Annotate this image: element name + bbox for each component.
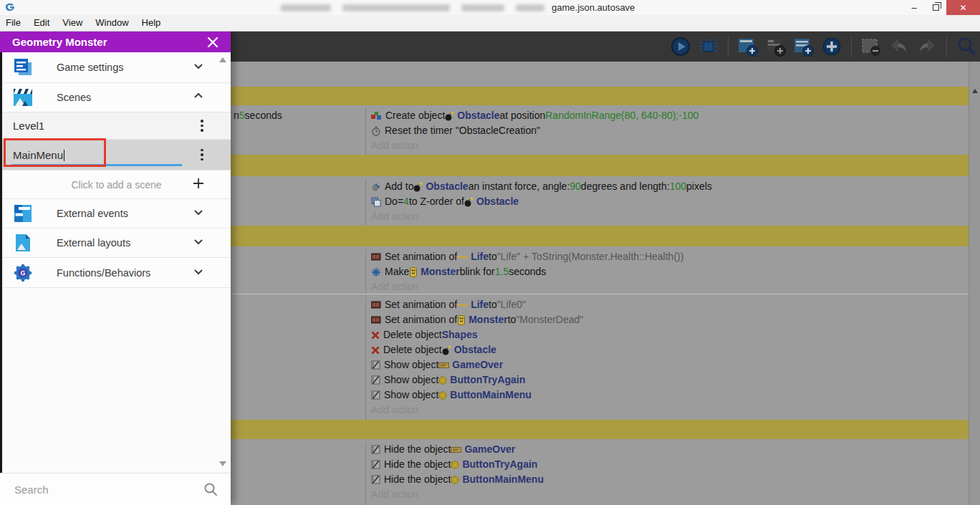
annotation-highlight-box xyxy=(4,138,106,167)
event-block[interactable]: Hide the object GameOverHide the object … xyxy=(231,439,969,505)
conditions-column[interactable] xyxy=(231,297,366,420)
window-title: game.json.autosave xyxy=(552,2,635,13)
kebab-menu-icon[interactable] xyxy=(197,148,207,162)
comment-bar[interactable] xyxy=(231,226,969,246)
functions-behaviors-icon xyxy=(13,263,33,283)
row-external-events[interactable]: External events xyxy=(2,199,231,229)
row-scenes[interactable]: Scenes xyxy=(2,83,231,112)
set-animation-icon xyxy=(371,315,381,324)
chevron-down-icon[interactable] xyxy=(192,206,205,221)
scenes-icon xyxy=(13,87,33,107)
redo-button[interactable] xyxy=(916,36,938,57)
actions-column[interactable]: Set animation of Life to "Life" + ToStri… xyxy=(366,249,969,294)
menu-item-help[interactable]: Help xyxy=(135,15,168,31)
sidebar-scroll-up-icon[interactable] xyxy=(219,57,226,62)
add-action-button[interactable]: Add action xyxy=(371,487,969,502)
actions-column[interactable]: Set animation of Life to "Life0"Set anim… xyxy=(366,297,969,420)
search-input[interactable] xyxy=(14,484,186,496)
event-block[interactable]: Set animation of Life to "Life0"Set anim… xyxy=(231,294,969,420)
menu-item-file[interactable]: File xyxy=(0,15,27,31)
chevron-up-icon[interactable] xyxy=(192,90,205,105)
menu-item-window[interactable]: Window xyxy=(89,15,135,31)
event-block[interactable]: Set animation of Life to "Life" + ToStri… xyxy=(231,246,969,294)
conditions-column[interactable]: n 5 seconds xyxy=(231,108,366,155)
condition-row[interactable]: n 5 seconds xyxy=(234,108,365,123)
close-panel-button[interactable] xyxy=(206,36,219,49)
conditions-column[interactable] xyxy=(231,249,366,294)
add-other-event-button[interactable] xyxy=(821,36,842,57)
monster-icon xyxy=(457,315,466,325)
sidebar-scroll-down-icon[interactable] xyxy=(219,461,226,466)
action-row[interactable]: Do = 4 to Z-order of Obstacle xyxy=(371,194,969,209)
add-action-button[interactable]: Add action xyxy=(371,403,969,418)
kebab-menu-icon[interactable] xyxy=(197,119,207,133)
add-scene-button[interactable]: Click to add a scene xyxy=(2,170,231,199)
scene-item-level1[interactable]: Level1 xyxy=(2,112,231,140)
action-row[interactable]: Hide the object ButtonMainMenu xyxy=(371,472,969,487)
chevron-down-icon[interactable] xyxy=(192,235,205,251)
menu-item-view[interactable]: View xyxy=(56,15,89,31)
add-action-button[interactable]: Add action xyxy=(371,279,969,294)
action-row[interactable]: Create object Obstacle at position Rando… xyxy=(371,108,969,123)
banner-icon xyxy=(451,446,461,454)
action-row[interactable]: Show object ButtonTryAgain xyxy=(371,372,969,388)
search-icon[interactable] xyxy=(203,482,218,499)
action-row[interactable]: Hide the object GameOver xyxy=(371,442,969,457)
comment-bar[interactable] xyxy=(231,155,969,176)
row-external-layouts[interactable]: External layouts xyxy=(2,229,231,258)
conditions-column[interactable] xyxy=(231,442,366,505)
action-row[interactable]: Delete object Shapes xyxy=(371,327,969,342)
action-row[interactable]: Make Monster blink for 1.5 seconds xyxy=(371,264,969,279)
event-block[interactable]: n 5 secondsCreate object Obstacle at pos… xyxy=(231,105,969,155)
action-row[interactable]: Reset the timer "ObstacleCreation" xyxy=(371,123,969,138)
action-row[interactable]: Set animation of Life to "Life" + ToStri… xyxy=(371,249,969,264)
restore-icon xyxy=(933,4,939,11)
add-action-button[interactable]: Add action xyxy=(371,209,969,224)
restore-button[interactable] xyxy=(925,0,946,15)
set-animation-icon xyxy=(371,252,381,261)
add-action-button[interactable]: Add action xyxy=(371,138,969,153)
comment-bar[interactable] xyxy=(231,87,969,105)
action-row[interactable]: Show object ButtonMainMenu xyxy=(371,388,969,403)
conditions-column[interactable] xyxy=(231,179,366,226)
undo-button[interactable] xyxy=(888,36,910,57)
action-row[interactable]: Show object GameOver xyxy=(371,357,969,372)
visibility-icon xyxy=(371,475,380,484)
add-event-button[interactable] xyxy=(737,36,759,57)
timer-icon xyxy=(371,126,381,136)
actions-column[interactable]: Create object Obstacle at position Rando… xyxy=(366,108,969,155)
chevron-down-icon[interactable] xyxy=(192,265,205,281)
visibility-icon xyxy=(371,445,380,454)
title-bar: game.json.autosave – ✕ xyxy=(0,0,980,15)
delete-icon xyxy=(371,331,380,340)
bomb-icon xyxy=(445,111,454,121)
scroll-up-icon[interactable] xyxy=(972,89,978,93)
search-button[interactable] xyxy=(956,36,977,57)
row-functions-behaviors[interactable]: Functions/Behaviors xyxy=(2,258,231,288)
minimize-button[interactable]: – xyxy=(903,0,925,15)
actions-column[interactable]: Hide the object GameOverHide the object … xyxy=(366,442,969,505)
action-row[interactable]: Add to Obstacle an instant force, angle:… xyxy=(371,179,969,194)
game-settings-icon xyxy=(13,57,33,77)
debug-button[interactable] xyxy=(698,36,719,57)
chevron-down-icon[interactable] xyxy=(192,59,205,75)
close-button[interactable]: ✕ xyxy=(946,0,980,15)
add-comment-button[interactable] xyxy=(793,36,815,57)
action-row[interactable]: Set animation of Monster to "MonsterDead… xyxy=(371,312,969,327)
toolbar-separator xyxy=(728,36,729,57)
plus-icon[interactable] xyxy=(192,177,205,193)
delete-event-button[interactable] xyxy=(860,36,882,57)
comment-bar[interactable] xyxy=(231,420,969,439)
play-button[interactable] xyxy=(670,36,691,57)
event-block[interactable]: Add to Obstacle an instant force, angle:… xyxy=(231,176,969,226)
action-row[interactable]: Set animation of Life to "Life0" xyxy=(371,297,969,312)
game-settings-label: Game settings xyxy=(57,62,124,73)
actions-column[interactable]: Add to Obstacle an instant force, angle:… xyxy=(366,179,969,226)
add-subevent-button[interactable] xyxy=(765,36,787,57)
menu-item-edit[interactable]: Edit xyxy=(27,15,56,31)
action-row[interactable]: Hide the object ButtonTryAgain xyxy=(371,457,969,472)
action-row[interactable]: Delete object Obstacle xyxy=(371,342,969,357)
events-scrollbar[interactable] xyxy=(969,62,980,505)
row-game-settings[interactable]: Game settings xyxy=(2,52,231,83)
hearts-icon xyxy=(457,254,468,260)
